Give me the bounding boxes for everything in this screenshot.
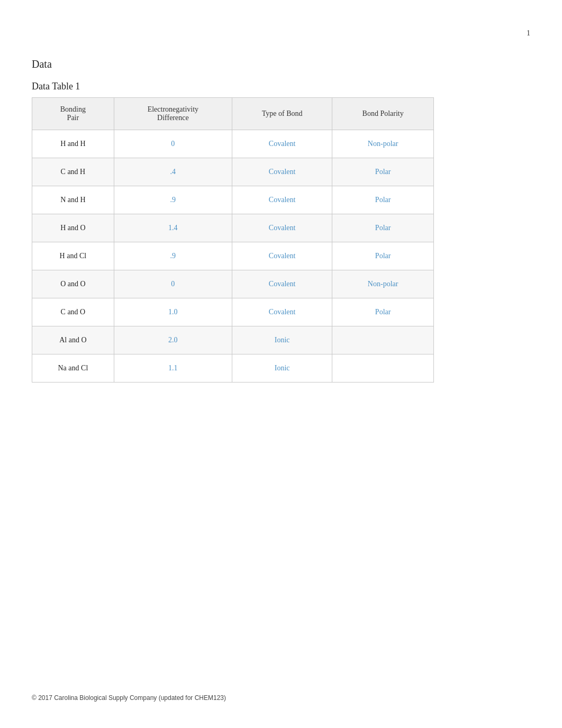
table-row: Al and O2.0Ionic xyxy=(32,326,434,354)
cell-type-of-bond: Covalent xyxy=(232,298,332,326)
table-heading: Data Table 1 xyxy=(32,81,530,92)
cell-type-of-bond: Covalent xyxy=(232,214,332,242)
col-header-en-diff: ElectronegativityDifference xyxy=(114,98,232,130)
table-row: O and O0CovalentNon-polar xyxy=(32,270,434,298)
col-header-bond-polarity: Bond Polarity xyxy=(332,98,434,130)
cell-bond-polarity: Polar xyxy=(332,298,434,326)
cell-en-diff: 0 xyxy=(114,130,232,158)
table-row: H and O1.4CovalentPolar xyxy=(32,214,434,242)
table-row: H and Cl.9CovalentPolar xyxy=(32,242,434,270)
cell-type-of-bond: Covalent xyxy=(232,270,332,298)
cell-en-diff: .9 xyxy=(114,186,232,214)
cell-bonding-pair: Na and Cl xyxy=(32,354,114,383)
cell-en-diff: .4 xyxy=(114,158,232,186)
section-heading: Data xyxy=(32,58,530,70)
page-number: 1 xyxy=(527,29,530,38)
cell-type-of-bond: Covalent xyxy=(232,242,332,270)
cell-bonding-pair: H and O xyxy=(32,214,114,242)
cell-en-diff: 1.0 xyxy=(114,298,232,326)
table-row: H and H0CovalentNon-polar xyxy=(32,130,434,158)
cell-type-of-bond: Ionic xyxy=(232,354,332,383)
cell-en-diff: .9 xyxy=(114,242,232,270)
table-row: N and H.9CovalentPolar xyxy=(32,186,434,214)
table-row: Na and Cl1.1Ionic xyxy=(32,354,434,383)
cell-bond-polarity: Polar xyxy=(332,186,434,214)
cell-type-of-bond: Covalent xyxy=(232,186,332,214)
cell-bonding-pair: O and O xyxy=(32,270,114,298)
data-table: BondingPair ElectronegativityDifference … xyxy=(32,97,434,383)
footer-text: © 2017 Carolina Biological Supply Compan… xyxy=(32,694,226,702)
cell-bonding-pair: H and H xyxy=(32,130,114,158)
cell-type-of-bond: Ionic xyxy=(232,326,332,354)
cell-en-diff: 2.0 xyxy=(114,326,232,354)
cell-bond-polarity xyxy=(332,354,434,383)
table-row: C and O1.0CovalentPolar xyxy=(32,298,434,326)
cell-bonding-pair: N and H xyxy=(32,186,114,214)
cell-bonding-pair: H and Cl xyxy=(32,242,114,270)
cell-bonding-pair: Al and O xyxy=(32,326,114,354)
cell-bonding-pair: C and O xyxy=(32,298,114,326)
col-header-bonding-pair: BondingPair xyxy=(32,98,114,130)
cell-bond-polarity: Polar xyxy=(332,242,434,270)
cell-type-of-bond: Covalent xyxy=(232,158,332,186)
table-row: C and H.4CovalentPolar xyxy=(32,158,434,186)
cell-en-diff: 0 xyxy=(114,270,232,298)
cell-bond-polarity: Non-polar xyxy=(332,270,434,298)
cell-bond-polarity: Polar xyxy=(332,214,434,242)
cell-bond-polarity: Polar xyxy=(332,158,434,186)
cell-bond-polarity: Non-polar xyxy=(332,130,434,158)
cell-bond-polarity xyxy=(332,326,434,354)
cell-en-diff: 1.1 xyxy=(114,354,232,383)
col-header-type-of-bond: Type of Bond xyxy=(232,98,332,130)
cell-bonding-pair: C and H xyxy=(32,158,114,186)
cell-type-of-bond: Covalent xyxy=(232,130,332,158)
cell-en-diff: 1.4 xyxy=(114,214,232,242)
